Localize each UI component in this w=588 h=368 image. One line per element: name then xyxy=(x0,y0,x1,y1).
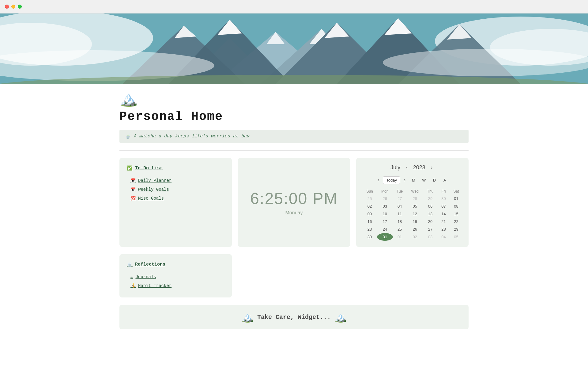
calendar-month-view[interactable]: M xyxy=(409,176,418,184)
daily-planner-emoji: 📅 xyxy=(130,178,136,183)
bottom-teaser-emoji-right: 🏔️ xyxy=(334,311,347,323)
misc-goals-link[interactable]: 💯 Misc Goals xyxy=(127,194,224,203)
calendar-day[interactable]: 17 xyxy=(377,218,393,225)
calendar-day[interactable]: 23 xyxy=(362,225,377,233)
journals-emoji: ✏️ xyxy=(130,274,133,279)
calendar-prev[interactable]: ‹ xyxy=(376,177,381,183)
page-title: Personal Home xyxy=(119,110,469,124)
calendar-day[interactable]: 18 xyxy=(393,218,407,225)
todo-icon: ✅ xyxy=(127,165,133,171)
daily-planner-link[interactable]: 📅 Daily Planner xyxy=(127,176,224,185)
calendar-header: July ‹ 2023 › xyxy=(362,164,462,171)
calendar-view-buttons: ‹ Today › M W D A xyxy=(362,176,462,184)
calendar-day[interactable]: 01 xyxy=(450,195,462,202)
calendar-day[interactable]: 25 xyxy=(362,195,377,202)
calendar-day[interactable]: 10 xyxy=(377,210,393,218)
calendar-day[interactable]: 25 xyxy=(393,225,407,233)
cal-header-fri: Fri xyxy=(437,188,450,195)
reflections-card-title[interactable]: 🍵 Reflections xyxy=(127,262,224,267)
calendar-day-view[interactable]: D xyxy=(430,176,439,184)
clock-day: Monday xyxy=(285,210,303,216)
calendar-day[interactable]: 13 xyxy=(423,210,437,218)
calendar-day[interactable]: 31 xyxy=(377,233,393,241)
calendar-day[interactable]: 12 xyxy=(407,210,423,218)
svg-point-21 xyxy=(383,49,588,76)
calendar-day[interactable]: 19 xyxy=(407,218,423,225)
clock-card: 6:25:00 PM Monday xyxy=(238,158,350,247)
calendar-day[interactable]: 27 xyxy=(423,225,437,233)
calendar-day[interactable]: 20 xyxy=(423,218,437,225)
cal-header-thu: Thu xyxy=(423,188,437,195)
calendar-day[interactable]: 30 xyxy=(362,233,377,241)
calendar-day[interactable]: 21 xyxy=(437,218,450,225)
todo-card-title[interactable]: ✅ To-Do List xyxy=(127,165,224,171)
calendar-day[interactable]: 22 xyxy=(450,218,462,225)
habit-tracker-link[interactable]: 🤸 Habit Tracker xyxy=(127,281,224,290)
calendar-day[interactable]: 11 xyxy=(393,210,407,218)
calendar-today-button[interactable]: Today xyxy=(383,176,400,184)
calendar-day[interactable]: 15 xyxy=(450,210,462,218)
calendar-day[interactable]: 14 xyxy=(437,210,450,218)
quote-text: A matcha a day keeps life's worries at b… xyxy=(134,134,250,139)
cal-header-sun: Sun xyxy=(362,188,377,195)
calendar-day[interactable]: 03 xyxy=(423,233,437,241)
calendar-day[interactable]: 02 xyxy=(362,202,377,210)
clock-time: 6:25:00 PM xyxy=(250,189,338,208)
calendar-month: July xyxy=(390,164,400,171)
calendar-prev-month[interactable]: ‹ xyxy=(404,164,409,171)
page-icon: 🏔️ xyxy=(119,90,469,107)
cards-grid: ✅ To-Do List 📅 Daily Planner 📅 Weekly Go… xyxy=(119,158,469,247)
minimize-button[interactable] xyxy=(11,5,15,9)
habit-tracker-emoji: 🤸 xyxy=(130,283,136,288)
divider xyxy=(119,150,469,151)
calendar-day[interactable]: 28 xyxy=(407,195,423,202)
calendar-day[interactable]: 04 xyxy=(393,202,407,210)
main-content: 🏔️ Personal Home 🍵 A matcha a day keeps … xyxy=(95,90,493,329)
todo-card: ✅ To-Do List 📅 Daily Planner 📅 Weekly Go… xyxy=(119,158,232,247)
cal-header-mon: Mon xyxy=(377,188,393,195)
quote-emoji: 🍵 xyxy=(125,133,131,139)
calendar-year: 2023 xyxy=(413,164,425,171)
calendar-day[interactable]: 08 xyxy=(450,202,462,210)
calendar-next[interactable]: › xyxy=(402,177,407,183)
calendar-day[interactable]: 30 xyxy=(437,195,450,202)
calendar-day[interactable]: 01 xyxy=(393,233,407,241)
bottom-teaser: 🏔️ Take Care, Widget... 🏔️ xyxy=(119,305,469,329)
bottom-teaser-emoji-left: 🏔️ xyxy=(241,311,254,323)
reflections-card: 🍵 Reflections ✏️ Journals 🤸 Habit Tracke… xyxy=(119,254,232,297)
calendar-day[interactable]: 05 xyxy=(450,233,462,241)
quote-block: 🍵 A matcha a day keeps life's worries at… xyxy=(119,130,469,143)
close-button[interactable] xyxy=(5,5,9,9)
calendar-next-month[interactable]: › xyxy=(429,164,434,171)
hero-banner xyxy=(0,13,588,84)
calendar-day[interactable]: 27 xyxy=(393,195,407,202)
calendar-day[interactable]: 29 xyxy=(423,195,437,202)
calendar-day[interactable]: 28 xyxy=(437,225,450,233)
calendar-day[interactable]: 26 xyxy=(407,225,423,233)
cal-header-sat: Sat xyxy=(450,188,462,195)
calendar-week-view[interactable]: W xyxy=(420,176,428,184)
calendar-agenda-view[interactable]: A xyxy=(440,176,449,184)
calendar-day[interactable]: 09 xyxy=(362,210,377,218)
cal-header-tue: Tue xyxy=(393,188,407,195)
titlebar xyxy=(0,0,588,13)
calendar-day[interactable]: 29 xyxy=(450,225,462,233)
calendar-grid: Sun Mon Tue Wed Thu Fri Sat 252627282930… xyxy=(362,188,462,241)
calendar-day[interactable]: 03 xyxy=(377,202,393,210)
calendar-day[interactable]: 05 xyxy=(407,202,423,210)
misc-goals-emoji: 💯 xyxy=(130,196,136,201)
calendar-day[interactable]: 26 xyxy=(377,195,393,202)
weekly-goals-link[interactable]: 📅 Weekly Goals xyxy=(127,185,224,194)
calendar-day[interactable]: 07 xyxy=(437,202,450,210)
calendar-day[interactable]: 04 xyxy=(437,233,450,241)
calendar-day[interactable]: 06 xyxy=(423,202,437,210)
bottom-teaser-text: Take Care, Widget... xyxy=(257,314,331,321)
fullscreen-button[interactable] xyxy=(18,5,22,9)
journals-link[interactable]: ✏️ Journals xyxy=(127,272,224,281)
weekly-goals-emoji: 📅 xyxy=(130,187,136,192)
calendar-card: July ‹ 2023 › ‹ Today › M W D A Sun xyxy=(356,158,469,247)
cal-header-wed: Wed xyxy=(407,188,423,195)
calendar-day[interactable]: 24 xyxy=(377,225,393,233)
calendar-day[interactable]: 16 xyxy=(362,218,377,225)
calendar-day[interactable]: 02 xyxy=(407,233,423,241)
